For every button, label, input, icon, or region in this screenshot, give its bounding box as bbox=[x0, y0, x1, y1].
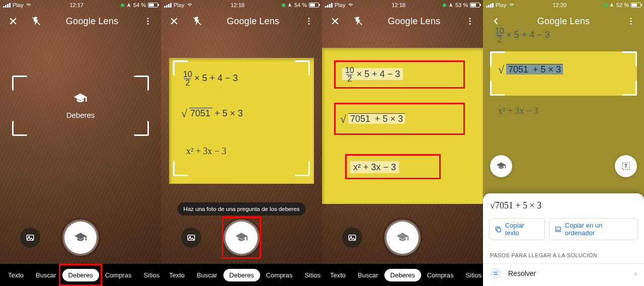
clock: 12:18 bbox=[230, 2, 245, 8]
eq-1[interactable]: 102 × 5 + 4 − 3 bbox=[342, 66, 403, 83]
shutter-button[interactable] bbox=[386, 222, 419, 254]
svg-point-9 bbox=[308, 23, 310, 25]
shutter-button[interactable] bbox=[64, 222, 97, 254]
graduation-cap-icon bbox=[74, 231, 87, 244]
equals-icon: = bbox=[490, 268, 501, 279]
solve-label: Resolver bbox=[508, 269, 536, 277]
mode-fab[interactable] bbox=[490, 155, 512, 177]
flash-off-icon[interactable] bbox=[29, 14, 43, 28]
chip-copy-text[interactable]: Copiar texto bbox=[489, 218, 545, 240]
close-icon[interactable] bbox=[6, 14, 20, 28]
gallery-button[interactable] bbox=[20, 228, 40, 248]
gallery-button[interactable] bbox=[181, 228, 201, 248]
eq-3-dim: x² + 3x − 3 bbox=[498, 106, 538, 116]
screen-4-solution: 102 × 5 + 4 − 3 7051 + 5 × 3 x² + 3x − 3… bbox=[483, 0, 644, 286]
mode-bar: Texto Buscar Deberes Compras Sitios bbox=[322, 264, 483, 286]
mode-tab-deberes[interactable]: Deberes bbox=[62, 269, 99, 281]
svg-rect-23 bbox=[556, 227, 561, 230]
mode-tab-buscar[interactable]: Buscar bbox=[30, 269, 62, 281]
hint-tooltip: Haz una foto de una pregunta de los debe… bbox=[178, 202, 306, 216]
svg-point-15 bbox=[469, 23, 471, 25]
eq-3[interactable]: x² + 3x − 3 bbox=[350, 162, 399, 173]
recognized-math: √7051 + 5 × 3 bbox=[483, 193, 644, 214]
svg-point-19 bbox=[630, 21, 632, 22]
svg-point-7 bbox=[308, 18, 310, 19]
section-heading: PASOS PARA LLEGAR A LA SOLUCIÓN bbox=[483, 246, 644, 263]
eq-2[interactable]: 7051 + 5 × 3 bbox=[342, 114, 483, 124]
mode-tab-sitios[interactable]: Sitios bbox=[137, 269, 161, 281]
status-bar: Play 12:18 54 % bbox=[161, 0, 322, 10]
status-bar: Play 12:20 52 % bbox=[483, 0, 644, 10]
graduation-cap-icon bbox=[70, 92, 91, 106]
more-icon[interactable] bbox=[141, 14, 155, 28]
status-bar: Play 12:18 53 % bbox=[322, 0, 483, 10]
svg-point-8 bbox=[308, 21, 310, 22]
screen-1-homework-mode: Play 12:17 54 % Google Lens Deberes Text… bbox=[0, 0, 161, 286]
status-bar: Play 12:17 54 % bbox=[0, 0, 161, 10]
copy-icon bbox=[495, 226, 502, 233]
screen-3-detected: 102 × 5 + 4 − 3 7051 + 5 × 3 x² + 3x − 3… bbox=[322, 0, 483, 286]
chevron-right-icon: › bbox=[634, 269, 637, 277]
clock: 12:17 bbox=[69, 2, 84, 8]
carrier-label: Play bbox=[13, 2, 23, 8]
svg-point-13 bbox=[469, 18, 471, 19]
app-bar: Google Lens bbox=[0, 10, 161, 32]
mode-indicator: Deberes bbox=[66, 92, 95, 119]
graduation-cap-icon bbox=[496, 161, 506, 171]
shutter-button[interactable] bbox=[225, 222, 258, 254]
battery-pct: 54 % bbox=[133, 2, 146, 8]
mode-label: Deberes bbox=[66, 111, 95, 119]
mode-bar: Texto Buscar Deberes Compras Sitios bbox=[0, 264, 161, 286]
svg-point-20 bbox=[630, 23, 632, 25]
clock: 12:20 bbox=[552, 2, 567, 8]
eq-1: 102 × 5 + 4 − 3 bbox=[183, 70, 238, 87]
app-title: Google Lens bbox=[66, 16, 118, 27]
flash-off-icon[interactable] bbox=[190, 14, 204, 28]
svg-point-1 bbox=[147, 18, 149, 19]
close-icon[interactable] bbox=[167, 14, 181, 28]
svg-point-2 bbox=[147, 21, 149, 22]
screen-2-capture: 102 × 5 + 4 − 3 7051 + 5 × 3 x² + 3x − 3… bbox=[161, 0, 322, 286]
svg-point-18 bbox=[630, 18, 632, 19]
app-bar: Google Lens bbox=[483, 10, 644, 32]
result-sheet[interactable]: √7051 + 5 × 3 Copiar texto Copiar en un … bbox=[483, 193, 644, 286]
eq-2-selected[interactable]: 7051 + 5 × 3 bbox=[500, 64, 644, 75]
more-icon[interactable] bbox=[302, 14, 316, 28]
back-icon[interactable] bbox=[489, 14, 503, 28]
more-icon[interactable] bbox=[463, 14, 477, 28]
gallery-button[interactable] bbox=[342, 228, 362, 248]
app-bar: Google Lens bbox=[322, 10, 483, 32]
text-select-icon bbox=[621, 161, 631, 171]
close-icon[interactable] bbox=[328, 14, 342, 28]
flash-off-icon[interactable] bbox=[351, 14, 365, 28]
mode-tab-compras[interactable]: Compras bbox=[99, 269, 138, 281]
app-bar: Google Lens bbox=[161, 10, 322, 32]
clock: 12:18 bbox=[391, 2, 406, 8]
chip-copy-to-pc[interactable]: Copiar en un ordenador bbox=[549, 218, 638, 240]
eq-3: x² + 3x − 3 bbox=[186, 146, 226, 157]
solve-row[interactable]: = Resolver › bbox=[483, 263, 644, 286]
laptop-icon bbox=[554, 226, 562, 233]
svg-point-3 bbox=[147, 23, 149, 25]
mode-tab-texto[interactable]: Texto bbox=[2, 269, 30, 281]
eq-2: 7051 + 5 × 3 bbox=[183, 108, 322, 119]
svg-rect-22 bbox=[497, 228, 501, 232]
text-select-fab[interactable] bbox=[615, 155, 637, 177]
more-icon[interactable] bbox=[624, 14, 638, 28]
svg-point-14 bbox=[469, 21, 471, 22]
capture-controls bbox=[0, 222, 161, 254]
mode-bar: Texto Buscar Deberes Compras Sitios bbox=[161, 264, 322, 286]
